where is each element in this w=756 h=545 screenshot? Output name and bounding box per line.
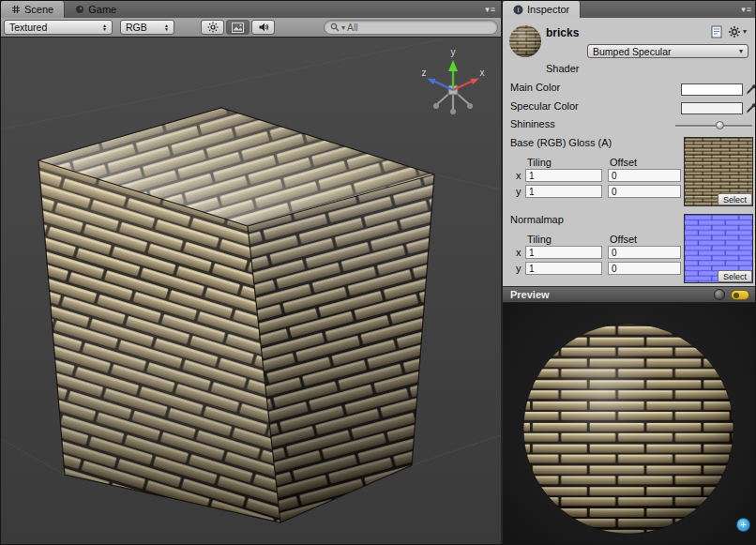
scene-gizmo[interactable]: y x z	[422, 47, 485, 114]
tab-game[interactable]: Game	[65, 1, 127, 18]
scene-tabwell: Scene Game ▾≡	[1, 1, 501, 19]
base-texture-select-button[interactable]: Select	[718, 193, 752, 205]
base-tiling-label: Tiling	[527, 157, 552, 168]
gizmo-z-cone[interactable]	[427, 79, 436, 85]
specular-color-label: Specular Color	[510, 100, 579, 112]
normal-tiling-label: Tiling	[527, 234, 552, 245]
sun-icon	[207, 22, 219, 33]
base-offset-label: Offset	[610, 157, 637, 168]
material-preview-icon	[508, 24, 542, 58]
tab-scene-label: Scene	[24, 4, 53, 15]
preview-sphere-canvas	[503, 303, 756, 545]
tab-scene[interactable]: Scene	[1, 1, 65, 18]
search-icon	[330, 23, 340, 32]
search-filter-label: All	[347, 22, 358, 33]
tab-inspector-label: Inspector	[527, 4, 569, 15]
game-icon	[75, 5, 84, 14]
gizmo-y-cone[interactable]	[448, 60, 458, 71]
inspector-content: bricks Shader Bumped Specular ▾ ▾	[503, 18, 756, 286]
normal-x-label: x	[516, 247, 522, 258]
updown-arrows-icon: ▲ ▼	[164, 23, 169, 32]
shininess-slider[interactable]	[675, 119, 752, 131]
base-tiling-y-input[interactable]	[525, 185, 602, 198]
scene-3d-canvas: y x z	[1, 38, 501, 544]
draw-mode-dropdown[interactable]: Textured ▲ ▼	[4, 20, 113, 35]
gear-dropdown-arrow-icon[interactable]: ▾	[743, 27, 747, 36]
shininess-slider-track[interactable]	[675, 125, 752, 128]
normal-offset-y-input[interactable]	[608, 262, 681, 275]
skybox-fx-toggle-button[interactable]	[226, 20, 249, 35]
speaker-icon	[258, 22, 269, 33]
normal-offset-label: Offset	[610, 234, 637, 245]
scene-panel: Scene Game ▾≡ Textured ▲ ▼ RGB	[1, 1, 501, 544]
audio-toggle-button[interactable]	[251, 20, 275, 35]
base-x-label: x	[516, 170, 522, 181]
preview-add-button[interactable]: +	[736, 518, 750, 532]
base-tiling-x-input[interactable]	[525, 169, 602, 182]
lighting-toggle-button[interactable]	[201, 20, 224, 35]
preview-toggle-knob-icon	[733, 293, 739, 298]
shininess-slider-thumb[interactable]	[716, 121, 724, 129]
preview-header: Preview	[503, 286, 756, 303]
gizmo-back-cone[interactable]	[450, 109, 456, 114]
gizmo-x-cone[interactable]	[471, 79, 480, 85]
main-color-swatch[interactable]	[681, 83, 743, 96]
preview-sphere-button[interactable]	[714, 289, 725, 300]
base-gloss-section-label: Base (RGB) Gloss (A)	[510, 137, 612, 148]
scene-viewport[interactable]: y x z	[1, 38, 501, 544]
normal-offset-x-input[interactable]	[608, 246, 681, 259]
search-filter-arrow-icon[interactable]: ▾	[341, 23, 345, 32]
image-icon	[232, 23, 244, 33]
specular-color-swatch[interactable]	[681, 102, 743, 114]
shininess-label: Shininess	[510, 118, 555, 129]
base-offset-x-input[interactable]	[608, 169, 681, 182]
normalmap-section-label: Normalmap	[510, 214, 564, 225]
normal-tiling-x-input[interactable]	[525, 246, 602, 259]
normal-tiling-y-input[interactable]	[525, 262, 602, 275]
settings-gear-icon[interactable]	[728, 25, 741, 38]
search-field[interactable]: ▾ All	[324, 20, 498, 35]
inspector-panel: i Inspector ▾≡ bricks Shader Bumped Spec…	[501, 1, 756, 544]
draw-mode-value: Textured	[9, 22, 47, 33]
inspector-panel-menu-icon[interactable]: ▾≡	[736, 5, 756, 14]
gizmo-back-cone[interactable]	[433, 103, 439, 109]
tab-game-label: Game	[88, 4, 116, 15]
tab-inspector[interactable]: i Inspector	[503, 1, 581, 18]
base-texture-thumbnail[interactable]: Select	[684, 137, 753, 206]
gizmo-x-label: x	[480, 68, 485, 78]
base-offset-y-input[interactable]	[608, 185, 681, 198]
scene-toolbar: Textured ▲ ▼ RGB ▲ ▼	[1, 18, 501, 38]
render-channel-value: RGB	[126, 22, 147, 33]
normalmap-thumbnail[interactable]: Select	[684, 214, 753, 283]
shader-label: Shader	[546, 63, 579, 74]
preview-light-toggle[interactable]	[731, 290, 749, 300]
normalmap-select-button[interactable]: Select	[718, 270, 752, 282]
updown-arrows-icon: ▲ ▼	[102, 23, 107, 32]
preview-area[interactable]: +	[503, 303, 756, 544]
shader-value: Bumped Specular	[593, 46, 671, 57]
help-doc-icon[interactable]	[710, 25, 723, 38]
shader-dropdown-arrow-icon: ▾	[739, 47, 743, 55]
gizmo-z-label: z	[422, 68, 427, 78]
render-channel-dropdown[interactable]: RGB ▲ ▼	[120, 20, 174, 35]
gizmo-y-label: y	[451, 47, 456, 57]
normal-y-label: y	[516, 263, 522, 274]
scene-panel-menu-icon[interactable]: ▾≡	[480, 5, 501, 14]
preview-header-label: Preview	[510, 289, 550, 300]
base-y-label: y	[516, 186, 522, 197]
material-name: bricks	[546, 26, 579, 39]
down-arrow-icon: ▼	[102, 27, 107, 32]
shader-dropdown[interactable]: Bumped Specular ▾	[587, 44, 748, 58]
brick-cube[interactable]	[38, 108, 434, 522]
down-arrow-icon: ▼	[164, 27, 169, 32]
inspector-tabwell: i Inspector ▾≡	[503, 1, 756, 19]
main-color-label: Main Color	[510, 82, 560, 93]
specular-color-eyedropper-icon[interactable]	[746, 101, 756, 114]
inspector-icon: i	[513, 5, 523, 15]
unity-editor-window: Scene Game ▾≡ Textured ▲ ▼ RGB	[0, 0, 756, 545]
scene-toggle-group	[201, 20, 275, 35]
gizmo-back-cone[interactable]	[467, 103, 473, 109]
main-color-eyedropper-icon[interactable]	[746, 83, 756, 95]
scene-grid-icon	[11, 5, 21, 14]
